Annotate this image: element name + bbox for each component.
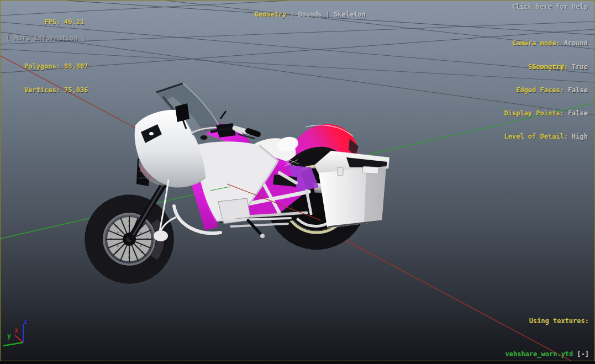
- gizmo-x-label: x: [14, 326, 18, 334]
- edged-faces-readout: Edged Faces:False: [472, 78, 588, 86]
- axis-gizmo: [3, 324, 23, 346]
- more-information-link[interactable]: [ More information ]: [6, 34, 86, 42]
- motorcycle-model[interactable]: [86, 83, 389, 282]
- tab-separator: |: [290, 10, 294, 18]
- polygons-readout: Polygons:93,307: [5, 62, 88, 71]
- saddlebag: [314, 151, 389, 228]
- vertices-readout: Vertices:75,036: [5, 86, 88, 94]
- camera-mode-readout: Camera mode:Around: [480, 31, 588, 40]
- display-points-readout: Display Points:False: [472, 102, 588, 109]
- gizmo-z-label: z: [24, 318, 28, 325]
- level-of-detail-readout: Level of Detail:High: [472, 125, 588, 133]
- geometry-toggle-readout: Geometry:True: [472, 55, 588, 63]
- texture-name: vehshare_worn.ytd: [505, 350, 573, 358]
- app-window: x y z FPS:49.21 Polygons:93,307 Vertices…: [0, 0, 595, 364]
- textures-title: Using textures:: [469, 317, 589, 327]
- texture-row: vehshare_worn.ytd[-]: [469, 342, 589, 352]
- render-settings-panel: Geometry:True Edged Faces:False Display …: [472, 40, 588, 148]
- help-link[interactable]: Click here for help: [512, 3, 588, 10]
- viewport-canvas[interactable]: x y z FPS:49.21 Polygons:93,307 Vertices…: [0, 0, 595, 361]
- remove-texture-button[interactable]: [-]: [577, 350, 589, 358]
- gizmo-y-label: y: [7, 332, 11, 340]
- tab-geometry[interactable]: Geometry: [254, 10, 286, 18]
- taskbar-sliver: [0, 361, 595, 364]
- tab-bounds[interactable]: Bounds: [298, 10, 322, 18]
- tab-skeleton[interactable]: Skeleton: [334, 10, 366, 18]
- tab-separator: |: [326, 10, 330, 18]
- textures-panel: Using textures: vehshare_worn.ytd[-] veh…: [469, 302, 589, 361]
